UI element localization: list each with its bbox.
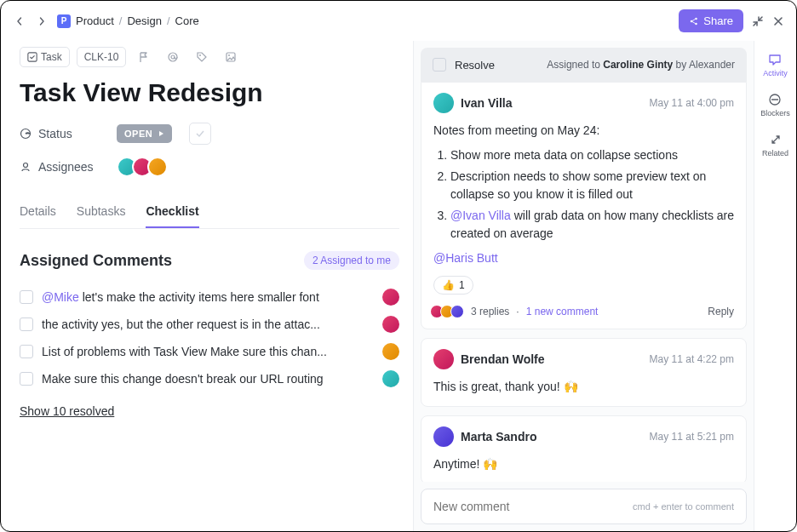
checkbox[interactable] (20, 372, 33, 386)
assignees-label: Assignees (20, 160, 105, 174)
sidebar-item-activity[interactable]: Activity (763, 53, 788, 77)
svg-point-10 (24, 163, 28, 168)
tab-subtasks[interactable]: Subtasks (77, 196, 126, 228)
check-icon (27, 52, 37, 62)
avatar[interactable] (147, 157, 168, 177)
minimize-button[interactable] (752, 15, 764, 27)
assigned-count-badge: 2 Assigned to me (304, 251, 399, 270)
breadcrumb-level1[interactable]: Product (76, 14, 114, 27)
task-pill-label: Task (41, 51, 62, 63)
comment-composer[interactable]: cmd + enter to comment (421, 489, 747, 524)
checkbox[interactable] (20, 290, 33, 304)
new-comment-label[interactable]: 1 new comment (526, 306, 599, 317)
share-button[interactable]: Share (679, 9, 743, 32)
tag-icon[interactable] (191, 46, 213, 68)
image-icon[interactable] (220, 46, 242, 68)
share-icon (689, 16, 699, 26)
comment-body: Anytime! 🙌 (433, 455, 734, 473)
svg-point-5 (171, 55, 175, 59)
comment-icon (768, 53, 782, 66)
breadcrumb-level3[interactable]: Core (175, 14, 199, 27)
assigned-to-text: Assigned to Caroline Ginty by Alexander (547, 59, 735, 71)
comment-timestamp: May 11 at 4:22 pm (650, 353, 734, 365)
mention[interactable]: @Haris Butt (433, 251, 498, 265)
project-badge: P (57, 14, 71, 28)
comment-author: Marta Sandro (461, 430, 536, 443)
status-icon (20, 128, 32, 140)
status-label: Status (20, 127, 105, 140)
tab-checklist[interactable]: Checklist (146, 196, 198, 228)
reply-button[interactable]: Reply (708, 306, 734, 317)
svg-rect-3 (28, 53, 37, 61)
list-item[interactable]: @Mike let's make the activity items here… (20, 283, 399, 311)
nav-back-button[interactable] (13, 14, 26, 28)
svg-point-6 (199, 54, 201, 56)
page-title: Task View Redesign (20, 78, 399, 107)
person-icon (20, 161, 32, 173)
play-icon (158, 130, 164, 137)
comment-timestamp: May 11 at 5:21 pm (650, 431, 734, 443)
blocker-icon (768, 93, 782, 106)
flag-icon[interactable] (133, 46, 155, 68)
comment-body: Notes from meeting on May 24: Show more … (433, 122, 734, 267)
avatar[interactable] (382, 289, 399, 306)
mention-icon[interactable] (162, 46, 184, 68)
related-icon (769, 133, 783, 146)
avatar (450, 305, 464, 318)
avatar[interactable] (433, 349, 454, 369)
assigned-comments-title: Assigned Comments (20, 252, 172, 270)
checkbox[interactable] (20, 345, 33, 358)
complete-button[interactable] (189, 123, 211, 145)
composer-hint: cmd + enter to comment (633, 501, 734, 512)
svg-point-4 (169, 53, 177, 61)
show-resolved-link[interactable]: Show 10 resolved (20, 404, 114, 418)
svg-point-8 (228, 54, 230, 56)
resolve-label: Resolve (455, 59, 495, 72)
assignee-avatars[interactable] (117, 157, 168, 177)
nav-forward-button[interactable] (35, 14, 49, 28)
list-item[interactable]: Make sure this change doesn't break our … (20, 365, 399, 392)
task-type-pill[interactable]: Task (20, 47, 70, 67)
list-item[interactable]: List of problems with Task View Make sur… (20, 338, 399, 365)
share-label: Share (703, 14, 733, 27)
comment-input[interactable] (433, 500, 633, 513)
avatar[interactable] (433, 426, 454, 447)
avatar[interactable] (382, 343, 399, 360)
reply-avatars (433, 305, 464, 318)
sidebar-item-blockers[interactable]: Blockers (760, 93, 790, 117)
comment-author: Ivan Villa (461, 96, 512, 110)
avatar[interactable] (382, 316, 399, 333)
mention[interactable]: @Ivan Villa (450, 209, 511, 222)
breadcrumb: P Product/ Design/ Core (57, 14, 199, 28)
avatar[interactable] (382, 370, 399, 387)
mention[interactable]: @Mike (42, 290, 79, 304)
task-id-pill[interactable]: CLK-10 (77, 47, 127, 67)
avatar[interactable] (433, 93, 454, 113)
checkbox[interactable] (20, 317, 33, 331)
comment-body: This is great, thank you! 🙌 (433, 378, 734, 396)
comment-timestamp: May 11 at 4:00 pm (650, 97, 734, 109)
sidebar-item-related[interactable]: Related (762, 133, 788, 157)
close-button[interactable] (772, 15, 784, 27)
replies-count[interactable]: 3 replies (471, 306, 509, 317)
resolve-checkbox[interactable] (433, 58, 446, 72)
list-item[interactable]: the activity yes, but the other request … (20, 311, 399, 338)
reaction-button[interactable]: 👍 1 (433, 276, 473, 295)
tab-details[interactable]: Details (20, 196, 56, 228)
comment-author: Brendan Wolfe (461, 352, 545, 366)
status-badge[interactable]: OPEN (117, 124, 172, 143)
breadcrumb-level2[interactable]: Design (127, 14, 161, 27)
